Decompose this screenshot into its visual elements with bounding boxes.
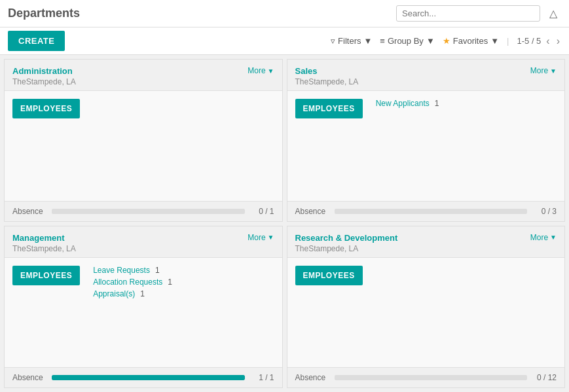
- toolbar: CREATE ▿ Filters ▼ ≡ Group By ▼ ★ Favori…: [0, 27, 569, 55]
- stat-items: Leave Requests 1 Allocation Requests 1 A…: [93, 266, 172, 298]
- stat-label-2[interactable]: Appraisal(s): [93, 289, 135, 298]
- dept-location: TheStampede, LA: [295, 77, 359, 86]
- more-arrow-icon: ▼: [268, 67, 274, 75]
- absence-label: Absence: [12, 207, 45, 216]
- favorites-arrow: ▼: [490, 36, 499, 46]
- stat-items: New Applicants 1: [376, 99, 439, 108]
- dept-info: Management TheStampede, LA: [12, 233, 76, 253]
- more-button[interactable]: More ▼: [248, 66, 274, 75]
- card-header: Management TheStampede, LA More ▼: [5, 226, 282, 258]
- groupby-icon: ≡: [380, 36, 385, 46]
- dept-name: Administration: [12, 66, 76, 76]
- stat-value-1: 1: [168, 277, 172, 287]
- absence-label: Absence: [295, 373, 328, 382]
- absence-label: Absence: [295, 207, 328, 216]
- more-label: More: [530, 66, 548, 75]
- card-body: EMPLOYEES: [287, 258, 565, 368]
- more-arrow-icon: ▼: [550, 234, 557, 241]
- absence-count: 0 / 3: [534, 207, 557, 216]
- more-arrow-icon: ▼: [268, 234, 274, 241]
- pagination: 1-5 / 5 ‹ ›: [517, 35, 561, 47]
- page-title: Departments: [8, 7, 80, 20]
- stat-label-1[interactable]: Allocation Requests: [93, 277, 162, 287]
- employees-button[interactable]: EMPLOYEES: [12, 99, 80, 118]
- more-button[interactable]: More ▼: [530, 233, 557, 242]
- header: Departments △: [0, 0, 569, 27]
- absence-progress-fill: [52, 375, 245, 380]
- dept-location: TheStampede, LA: [295, 244, 398, 253]
- dept-info: Administration TheStampede, LA: [12, 66, 76, 86]
- card-header: Sales TheStampede, LA More ▼: [287, 60, 565, 91]
- toolbar-right: ▿ Filters ▼ ≡ Group By ▼ ★ Favorites ▼ |…: [331, 35, 561, 47]
- stat-value-0: 1: [435, 99, 439, 108]
- absence-progress-bar: [52, 375, 245, 380]
- more-arrow-icon: ▼: [550, 67, 557, 75]
- dept-card-3: Research & Development TheStampede, LA M…: [287, 226, 566, 389]
- user-icon[interactable]: △: [545, 6, 561, 21]
- dept-name: Research & Development: [295, 233, 398, 243]
- dept-location: TheStampede, LA: [12, 244, 76, 253]
- filter-icon: ▿: [331, 36, 335, 46]
- card-footer: Absence 1 / 1: [5, 367, 282, 387]
- card-footer: Absence 0 / 1: [5, 201, 282, 221]
- more-label: More: [248, 233, 265, 242]
- filters-button[interactable]: ▿ Filters ▼: [331, 36, 372, 46]
- absence-progress-bar: [335, 375, 528, 380]
- more-label: More: [248, 66, 265, 75]
- dept-info: Sales TheStampede, LA: [295, 66, 359, 86]
- header-right: △: [396, 5, 561, 22]
- filters-arrow: ▼: [363, 36, 372, 46]
- divider: |: [507, 36, 509, 46]
- dept-location: TheStampede, LA: [12, 77, 76, 86]
- star-icon: ★: [443, 36, 450, 46]
- search-input[interactable]: [396, 5, 540, 22]
- dept-info: Research & Development TheStampede, LA: [295, 233, 398, 253]
- prev-page-button[interactable]: ‹: [545, 35, 551, 47]
- stat-item-0: Leave Requests 1: [93, 266, 172, 275]
- absence-count: 0 / 1: [251, 207, 274, 216]
- employees-button[interactable]: EMPLOYEES: [295, 99, 363, 118]
- card-body: EMPLOYEES Leave Requests 1 Allocation Re…: [5, 258, 282, 368]
- employees-button[interactable]: EMPLOYEES: [295, 266, 363, 285]
- absence-label: Absence: [12, 373, 45, 382]
- pagination-text: 1-5 / 5: [517, 36, 541, 46]
- more-button[interactable]: More ▼: [530, 66, 557, 75]
- cards-grid: Administration TheStampede, LA More ▼ EM…: [0, 55, 569, 392]
- stat-label-0[interactable]: New Applicants: [376, 99, 430, 108]
- employees-button[interactable]: EMPLOYEES: [12, 266, 80, 285]
- stat-label-0[interactable]: Leave Requests: [93, 266, 150, 275]
- absence-progress-bar: [335, 209, 528, 214]
- next-page-button[interactable]: ›: [555, 35, 561, 47]
- stat-value-2: 1: [140, 289, 145, 298]
- groupby-arrow: ▼: [426, 36, 435, 46]
- dept-card-0: Administration TheStampede, LA More ▼ EM…: [4, 59, 283, 222]
- more-button[interactable]: More ▼: [248, 233, 274, 242]
- card-footer: Absence 0 / 3: [287, 201, 565, 221]
- dept-card-1: Sales TheStampede, LA More ▼ EMPLOYEES N…: [287, 59, 566, 222]
- absence-count: 0 / 12: [534, 373, 557, 382]
- create-button[interactable]: CREATE: [8, 31, 65, 51]
- favorites-button[interactable]: ★ Favorites ▼: [443, 36, 499, 46]
- absence-count: 1 / 1: [251, 373, 274, 382]
- dept-name: Management: [12, 233, 76, 243]
- groupby-button[interactable]: ≡ Group By ▼: [380, 36, 434, 46]
- more-label: More: [530, 233, 548, 242]
- dept-card-2: Management TheStampede, LA More ▼ EMPLOY…: [4, 226, 283, 389]
- stat-item-1: Allocation Requests 1: [93, 277, 172, 287]
- card-body: EMPLOYEES: [5, 91, 282, 201]
- absence-progress-bar: [52, 209, 245, 214]
- card-body: EMPLOYEES New Applicants 1: [287, 91, 565, 201]
- stat-value-0: 1: [155, 266, 160, 275]
- stat-item-2: Appraisal(s) 1: [93, 289, 172, 298]
- card-header: Administration TheStampede, LA More ▼: [5, 60, 282, 91]
- stat-item-0: New Applicants 1: [376, 99, 439, 108]
- dept-name: Sales: [295, 66, 359, 76]
- card-footer: Absence 0 / 12: [287, 367, 565, 387]
- card-header: Research & Development TheStampede, LA M…: [287, 226, 565, 258]
